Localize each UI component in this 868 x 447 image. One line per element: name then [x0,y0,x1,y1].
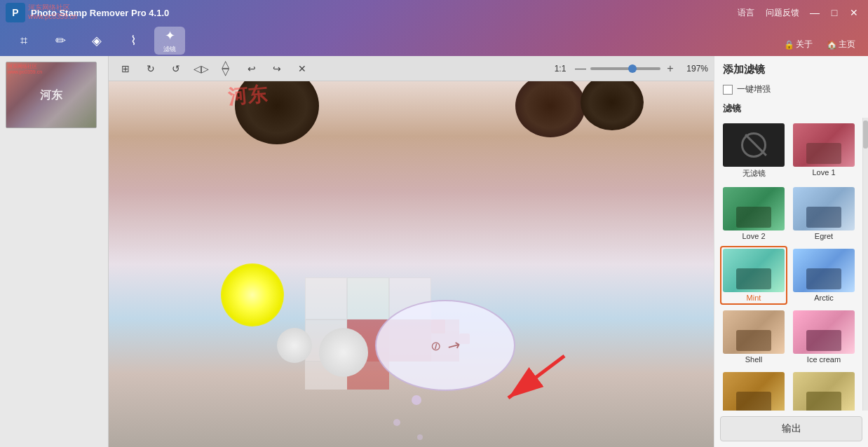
one-key-row: 一键增强 [714,81,868,98]
panel-header: 添加滤镜 [714,56,868,81]
right-panel: 添加滤镜 一键增强 滤镜 无滤镜 [714,56,868,447]
filter-love1-label: Love 1 [812,168,835,177]
arrow-indicator [480,342,578,412]
flip-v-button[interactable]: ◁▷ [217,57,236,80]
zoom-in-button[interactable]: + [663,62,677,76]
maximize-button[interactable]: □ [826,6,843,20]
zoom-thumb [628,64,637,73]
canvas-viewport[interactable]: ⊘ ↗ [109,81,714,447]
pen-tool[interactable]: ⌇ [118,27,149,55]
filter-none-label: 无滤镜 [742,168,766,179]
grid-button[interactable]: ⊞ [114,59,137,78]
undo-button[interactable]: ↩ [240,59,263,78]
redo-button[interactable]: ↪ [266,59,288,78]
output-button[interactable]: 输出 [720,416,862,441]
svg-line-1 [508,356,564,398]
filter-icecream-label: Ice cream [807,355,841,364]
thumbnail-item[interactable]: 河东 河东网络社区www.pc0359.cn 1.jpg [6,62,97,128]
filter-section-label: 滤镜 [714,98,868,118]
rotate-cw-button[interactable]: ↻ [140,59,162,78]
filter-extraordinary[interactable]: Extraordinary [720,369,787,411]
cancel-button[interactable]: ✕ [291,59,313,78]
one-key-label: 一键增强 [737,83,771,95]
home-icon: 🏠 [827,40,837,50]
canvas-content: ⊘ ↗ [109,81,714,447]
tool-toolbar: ⌗ ✏ ◈ ⌇ ✦ 滤镜 🔒 关于 🏠 主页 [0,25,868,56]
lang-button[interactable]: 语言 [733,6,759,20]
edit-toolbar: ⊞ ↻ ↺ ◁▷ ◁▷ ↩ ↪ ✕ 1:1 — + 197% [109,56,714,81]
filter-tool[interactable]: ✦ 滤镜 [154,27,185,55]
filter-scrollbar-thumb [863,121,868,149]
filter-love2-label: Love 2 [742,232,765,240]
app-icon: P [6,3,25,22]
filter-grid: 无滤镜 Love 1 [714,118,862,411]
main-layout: 河东 河东网络社区www.pc0359.cn 1.jpg ⊞ ↻ ↺ ◁▷ ◁▷… [0,56,868,447]
crop-tool[interactable]: ⌗ [8,27,39,55]
header-right-buttons: 🔒 关于 🏠 主页 [780,37,860,52]
minimize-button[interactable]: — [806,6,823,20]
filter-shell[interactable]: Shell [720,308,787,366]
filter-shell-label: Shell [745,355,762,364]
feedback-button[interactable]: 问题反馈 [761,6,803,20]
about-button[interactable]: 🔒 关于 [780,37,817,52]
zoom-controls: 1:1 — + 197% [550,62,708,76]
filter-love2[interactable]: Love 2 [720,184,787,243]
flip-h-button[interactable]: ◁▷ [190,59,212,78]
sidebar: 河东 河东网络社区www.pc0359.cn 1.jpg [0,56,109,447]
filter-egret[interactable]: Egret [790,184,857,243]
filter-area: 无滤镜 Love 1 [714,118,868,411]
app-title: Photo Stamp Remover Pro 4.1.0 [31,8,733,18]
filter-egret-label: Egret [815,232,833,240]
home-button[interactable]: 🏠 主页 [822,37,860,52]
titlebar: P 河东网络社区 www.pc0359.cn Photo Stamp Remov… [0,0,868,56]
thumbnail-image: 河东 河东网络社区www.pc0359.cn [6,62,96,128]
brush-tool[interactable]: ✏ [45,27,76,55]
filter-mint-label: Mint [747,294,761,302]
titlebar-top: P 河东网络社区 www.pc0359.cn Photo Stamp Remov… [0,0,868,25]
zoom-ratio-label: 1:1 [550,64,571,74]
canvas-area: ⊞ ↻ ↺ ◁▷ ◁▷ ↩ ↪ ✕ 1:1 — + 197% [109,56,714,447]
dropper-tool[interactable]: ◈ [81,27,112,55]
lock-icon: 🔒 [784,40,794,50]
filter-tool-label: 滤镜 [163,45,176,54]
filter-mint[interactable]: Mint [720,246,787,305]
zoom-percent-label: 197% [680,64,708,74]
filter-none[interactable]: 无滤镜 [720,121,787,181]
filter-love1[interactable]: Love 1 [790,121,857,181]
filter-scrollbar[interactable] [862,118,868,411]
filter-pudding[interactable]: Pudding [790,369,857,411]
close-button[interactable]: ✕ [846,6,862,20]
zoom-out-button[interactable]: — [574,62,588,76]
window-controls: 语言 问题反馈 — □ ✕ [733,6,862,20]
zoom-slider[interactable] [590,67,660,70]
filter-icecream[interactable]: Ice cream [790,308,857,366]
filter-arctic[interactable]: Arctic [790,246,857,305]
one-key-checkbox[interactable] [723,85,733,95]
rotate-ccw-button[interactable]: ↺ [165,59,187,78]
filter-arctic-label: Arctic [814,294,834,302]
